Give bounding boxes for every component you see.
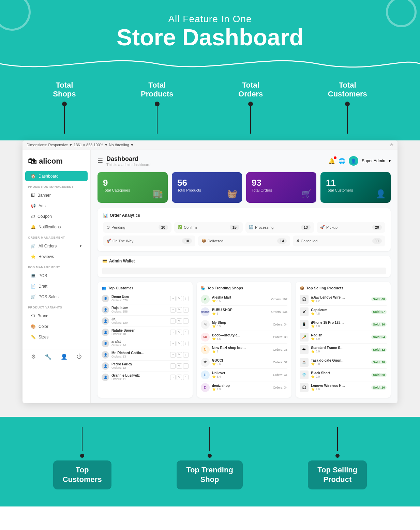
bottom-line-selling	[337, 427, 338, 451]
sidebar-item-draft[interactable]: 📄 Draft	[25, 281, 88, 291]
customer-info-6: Mr. Richard Gottlob IV Orders: 13	[111, 351, 168, 358]
color-label: Color	[39, 324, 48, 329]
product-rating-6: ⭐ 6.0	[311, 362, 369, 366]
browser-refresh-icon[interactable]: ⟳	[390, 142, 393, 148]
label-line-customers	[347, 106, 348, 134]
sidebar-item-ads[interactable]: 📢 Ads	[25, 201, 88, 211]
sidebar-item-brand[interactable]: 🏷 Brand	[25, 311, 88, 321]
product-rating-5: ⭐ 5.0	[311, 350, 369, 353]
sidebar-item-pos-sales[interactable]: 🛒 POS Sales	[25, 292, 88, 302]
product-info-6: Taza do café Grigny... ⭐ 6.0	[311, 359, 369, 366]
bottom-line-customers	[82, 427, 82, 451]
customer-info-3: JK Orders: 129	[111, 317, 168, 324]
orders-icon: 🛒	[301, 189, 312, 199]
customer-action-btn-5b[interactable]: ✎	[177, 341, 182, 346]
product-rating-4: ⭐ 3.9	[311, 337, 369, 340]
product-name-4: Radish	[311, 333, 345, 337]
shop-name-2: BUBU SHOP	[212, 308, 246, 312]
product-info-5: Standard Frame Sungl... ⭐ 5.0	[311, 346, 369, 353]
customer-actions-8: → ✎ ⋮	[170, 375, 189, 380]
order-ontheway-count: 10	[182, 238, 192, 244]
customer-action-btn-6b[interactable]: ✎	[177, 352, 182, 358]
sidebar-item-all-orders[interactable]: 🛒 All Orders ▼	[25, 241, 88, 251]
hamburger-icon[interactable]: ☰	[97, 157, 103, 165]
customer-action-btn-7a[interactable]: →	[170, 363, 176, 369]
browser-bar: Dimensions: Responsive ▼ 1361 × 858 100%…	[22, 140, 397, 150]
sidebar-item-sizes[interactable]: 📏 Sizes	[25, 332, 88, 342]
customer-action-btn-5a[interactable]: →	[170, 341, 176, 346]
customer-action-btn-8c[interactable]: ⋮	[183, 375, 189, 380]
customer-action-btn-1b[interactable]: ✎	[177, 296, 182, 301]
product-sold-3: Sold: 36	[371, 322, 387, 327]
confirm-icon: ✅	[178, 225, 182, 229]
sidebar-item-notifications[interactable]: 🔔 Notifications	[25, 222, 88, 232]
customer-action-btn-3b[interactable]: ✎	[177, 318, 182, 324]
customer-info-8: Grannie Lusilwitz Orders: 11	[111, 374, 168, 381]
customer-action-btn-1c[interactable]: ⋮	[183, 296, 189, 301]
reviews-label: Reviews	[39, 254, 54, 259]
customer-action-btn-4a[interactable]: →	[170, 330, 176, 335]
sidebar-item-coupon[interactable]: 🏷 Coupon	[25, 211, 88, 222]
sidebar-item-color[interactable]: 🎨 Color	[25, 321, 88, 332]
sidebar-item-reviews[interactable]: ⭐ Reviews	[25, 252, 88, 262]
customer-action-btn-3a[interactable]: →	[170, 318, 176, 324]
pending-icon: ⏱	[106, 225, 110, 229]
order-item-ontheway: 🚀 On The Way 10	[103, 236, 195, 246]
product-sold-7: Sold: 28	[371, 373, 387, 377]
order-processing-name: 🔄 Processing	[249, 225, 273, 229]
order-ontheway-name: 🚀 On The Way	[106, 239, 133, 243]
customer-name-4: Natalie Sporer	[111, 329, 146, 332]
customer-action-btn-3c[interactable]: ⋮	[183, 318, 189, 324]
sidebar-item-banner[interactable]: 🖼 Banner	[25, 190, 88, 200]
customer-action-btn-8a[interactable]: →	[170, 375, 176, 380]
coupon-icon: 🏷	[31, 214, 35, 219]
sidebar-user-icon[interactable]: 👤	[61, 353, 68, 360]
bottom-dot-customers	[80, 454, 84, 458]
color-icon: 🎨	[31, 324, 36, 329]
stat-customers-number: 11	[326, 178, 385, 188]
shop-logo-5: N	[201, 345, 210, 354]
shop-row-8: D deniz shop ⭐ 2.9 Orders: 34	[201, 381, 288, 394]
order-cancelled-count: 11	[372, 238, 382, 244]
globe-icon[interactable]: 🌐	[339, 158, 345, 164]
sidebar-settings-icon[interactable]: ⚙	[31, 353, 36, 360]
customer-action-btn-2b[interactable]: ✎	[177, 307, 182, 313]
shop-orders-7: Orders: 41	[273, 373, 288, 377]
header-section: All Feature In One Store Dashboard	[0, 0, 420, 54]
customer-avatar-8: 👤	[102, 374, 109, 381]
customer-action-btn-2c[interactable]: ⋮	[183, 307, 189, 313]
shop-logo-3: M	[201, 320, 210, 329]
sidebar-item-pos[interactable]: 💻 POS	[25, 271, 88, 281]
customer-action-btn-4b[interactable]: ✎	[177, 330, 182, 335]
customer-actions-7: → ✎ ⋮	[170, 363, 189, 369]
label-total-orders: TotalOrders	[238, 81, 263, 134]
sidebar-item-dashboard[interactable]: 🏠 Dashboard	[25, 171, 88, 181]
shop-orders-3: Orders: 34	[273, 323, 288, 326]
admin-dropdown-icon[interactable]: ▾	[389, 158, 391, 163]
feature-labels-section: TotalShops TotalProducts TotalOrders Tot…	[0, 74, 420, 144]
customer-sub-7: Orders: 12	[111, 366, 168, 369]
customer-action-btn-5c[interactable]: ⋮	[183, 341, 189, 346]
label-total-products: TotalProducts	[141, 81, 173, 134]
shop-rating-3: ⭐ 3.5	[212, 324, 271, 328]
shop-name-8: deniz shop	[212, 384, 246, 388]
customer-action-btn-2a[interactable]: →	[170, 307, 176, 313]
customer-action-btn-7c[interactable]: ⋮	[183, 363, 189, 369]
product-thumb-8: 🎧	[300, 383, 309, 392]
sidebar-tools-icon[interactable]: 🔧	[45, 353, 51, 360]
customer-action-btn-6a[interactable]: →	[170, 352, 176, 358]
customer-sub-2: Orders: 358	[111, 310, 168, 313]
customer-action-btn-1a[interactable]: →	[170, 296, 176, 301]
notification-bell-icon[interactable]: 🔔	[328, 158, 335, 164]
top-trending-shops-panel: 🏪 Top Trending Shops A Alesha Mart ⭐ 3.5…	[197, 282, 292, 398]
trending-icon: 🏪	[201, 286, 206, 290]
customer-action-btn-6c[interactable]: ⋮	[183, 352, 189, 358]
stat-orders-number: 93	[252, 178, 311, 188]
customer-actions-4: → ✎ ⋮	[170, 330, 189, 335]
customer-info-7: Pedro Farley Orders: 12	[111, 362, 168, 369]
customer-action-btn-7b[interactable]: ✎	[177, 363, 182, 369]
sidebar-power-icon[interactable]: ⏻	[76, 353, 82, 360]
customer-action-btn-4c[interactable]: ⋮	[183, 330, 189, 335]
order-cancelled-name: ✖ Cancelled	[296, 239, 317, 243]
customer-action-btn-8b[interactable]: ✎	[177, 375, 182, 380]
